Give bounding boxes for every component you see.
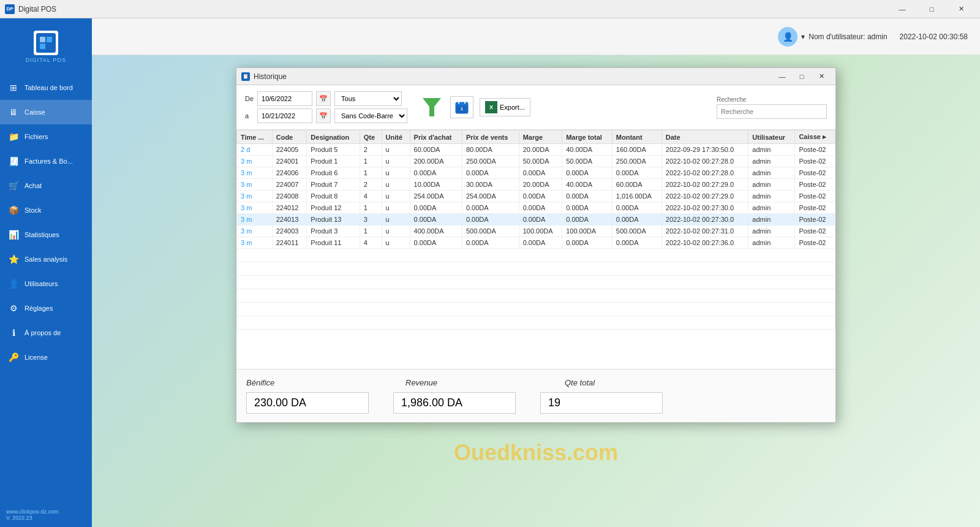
cell-prix-vente: 30.00DA — [462, 179, 519, 191]
version-label: V. 2022.23 — [6, 515, 86, 521]
cell-code: 224001 — [272, 156, 307, 167]
title-bar-left: DP Digital POS — [5, 4, 56, 14]
modal-maximize-button[interactable]: □ — [793, 70, 811, 83]
table-row[interactable]: 3 m 224001 Produit 1 1 u 200.00DA 250.00… — [237, 156, 835, 167]
cell-utilisateur: admin — [748, 156, 795, 167]
cell-marge: 0.00DA — [519, 214, 562, 226]
sidebar-logo: DIGITAL POS — [0, 25, 92, 69]
export-button[interactable]: X Export... — [480, 98, 530, 116]
cell-utilisateur: admin — [748, 144, 795, 156]
cell-qte: 4 — [360, 191, 382, 202]
cell-prix-achat: 60.00DA — [410, 144, 462, 156]
logo-text: DIGITAL POS — [26, 57, 67, 63]
table-row[interactable]: 3 m 224011 Produit 11 4 u 0.00DA 0.00DA … — [237, 237, 835, 249]
user-avatar: 👤 — [778, 27, 797, 47]
cell-unite: u — [382, 191, 410, 202]
sidebar-item-fichiers[interactable]: 📁 Fichiers — [0, 124, 92, 149]
cell-code: 224008 — [272, 191, 307, 202]
table-row[interactable]: 2 d 224005 Produit 5 2 u 60.00DA 80.00DA… — [237, 144, 835, 156]
sidebar-item-sales[interactable]: ⭐ Sales analysis — [0, 247, 92, 271]
modal-minimize-button[interactable]: — — [773, 70, 791, 83]
close-button[interactable]: ✕ — [947, 0, 975, 18]
sidebar-item-apropos[interactable]: ℹ À propos de — [0, 320, 92, 345]
col-utilisateur: Utilisateur — [748, 131, 795, 144]
sidebar-item-achat[interactable]: 🛒 Achat — [0, 173, 92, 198]
de-label: De — [245, 95, 254, 102]
users-icon: 👤 — [7, 278, 20, 290]
cell-marge: 0.00DA — [519, 237, 562, 249]
modal-icon: 📋 — [241, 72, 250, 81]
table-row[interactable]: 3 m 224007 Produit 7 2 u 10.00DA 30.00DA… — [237, 179, 835, 191]
search-input[interactable] — [717, 104, 827, 119]
calendar-from-button[interactable]: 📅 — [316, 91, 331, 106]
export-label: Export... — [500, 104, 525, 111]
cell-unite: u — [382, 202, 410, 214]
modal-overlay: 📋 Historique — □ ✕ De 📅 — [92, 55, 980, 527]
sidebar-item-license[interactable]: 🔑 License — [0, 345, 92, 370]
cell-marge: 20.00DA — [519, 144, 562, 156]
summary-labels: Bénifice Revenue Qte total — [246, 378, 826, 387]
license-icon: 🔑 — [7, 351, 20, 363]
cell-marge: 20.00DA — [519, 179, 562, 191]
revenue-label: Revenue — [405, 378, 540, 387]
sidebar-item-utilisateurs[interactable]: 👤 Utilisateurs — [0, 271, 92, 296]
table-row[interactable]: 3 m 224013 Produit 13 3 u 0.00DA 0.00DA … — [237, 214, 835, 226]
svg-rect-2 — [40, 44, 45, 49]
table-row-empty — [237, 303, 835, 316]
sidebar-item-reglages[interactable]: ⚙ Réglages — [0, 296, 92, 320]
cell-montant: 0.00DA — [612, 214, 662, 226]
table-row[interactable]: 3 m 224003 Produit 3 1 u 400.00DA 500.00… — [237, 226, 835, 237]
cell-montant: 60.00DA — [612, 179, 662, 191]
date-from-input[interactable] — [257, 91, 312, 106]
website-link: www.clickpos-dz.com — [6, 509, 86, 515]
cell-date: 2022-10-02 00:27:28.0 — [662, 167, 748, 179]
calendar-action-button[interactable]: 1 — [450, 96, 473, 118]
sidebar-item-statistiques[interactable]: 📊 Statistiques — [0, 222, 92, 247]
cell-utilisateur: admin — [748, 167, 795, 179]
cell-prix-vente: 0.00DA — [462, 214, 519, 226]
svg-rect-3 — [47, 44, 52, 49]
table-row[interactable]: 3 m 224006 Produit 6 1 u 0.00DA 0.00DA 0… — [237, 167, 835, 179]
main-layout: DIGITAL POS ⊞ Tableau de bord 🖥 Caisse 📁… — [0, 18, 980, 527]
cell-prix-vente: 0.00DA — [462, 237, 519, 249]
modal-close-button[interactable]: ✕ — [812, 70, 831, 83]
cell-designation: Produit 1 — [307, 156, 360, 167]
sales-icon: ⭐ — [7, 253, 20, 265]
cell-prix-vente: 0.00DA — [462, 202, 519, 214]
header-right: 👤 ▾ Nom d'utilisateur: admin 2022-10-02 … — [778, 27, 968, 47]
sidebar-item-tableau-label: Tableau de bord — [24, 84, 73, 91]
sidebar-item-caisse[interactable]: 🖥 Caisse — [0, 100, 92, 124]
cell-code: 224013 — [272, 214, 307, 226]
cell-unite: u — [382, 167, 410, 179]
cell-utilisateur: admin — [748, 179, 795, 191]
maximize-button[interactable]: □ — [918, 0, 946, 18]
cell-montant: 0.00DA — [612, 237, 662, 249]
sidebar-item-fichiers-label: Fichiers — [24, 133, 48, 140]
col-prix-achat: Prix d'achat — [410, 131, 462, 144]
dropdown1[interactable]: Tous Caisse Stock — [334, 91, 402, 106]
sidebar-item-settings-label: Réglages — [24, 305, 53, 312]
date-to-input[interactable] — [257, 108, 312, 123]
cell-caisse: Poste-02 — [795, 226, 835, 237]
dropdown2[interactable]: Sans Code-Barre Avec Code-Barre — [334, 108, 407, 123]
sidebar-item-tableau[interactable]: ⊞ Tableau de bord — [0, 75, 92, 100]
svg-rect-1 — [47, 37, 52, 42]
filter-button[interactable] — [420, 96, 444, 118]
cell-time: 3 m — [237, 226, 273, 237]
table-row[interactable]: 3 m 224012 Produit 12 1 u 0.00DA 0.00DA … — [237, 202, 835, 214]
sidebar-item-stock[interactable]: 📦 Stock — [0, 198, 92, 222]
col-caisse: Caisse ▸ — [795, 131, 835, 144]
cell-montant: 1,016.00DA — [612, 191, 662, 202]
benefice-label: Bénifice — [246, 378, 381, 387]
logo-icon — [34, 31, 58, 55]
cell-prix-vente: 250.00DA — [462, 156, 519, 167]
table-row-empty — [237, 262, 835, 276]
col-marge: Marge — [519, 131, 562, 144]
table-row[interactable]: 3 m 224008 Produit 8 4 u 254.00DA 254.00… — [237, 191, 835, 202]
calendar-to-button[interactable]: 📅 — [316, 108, 331, 123]
sidebar-item-factures[interactable]: 🧾 Factures & Bo... — [0, 149, 92, 173]
cell-date: 2022-10-02 00:27:30.0 — [662, 214, 748, 226]
cell-designation: Produit 6 — [307, 167, 360, 179]
minimize-button[interactable]: — — [888, 0, 916, 18]
table-row-empty — [237, 316, 835, 330]
